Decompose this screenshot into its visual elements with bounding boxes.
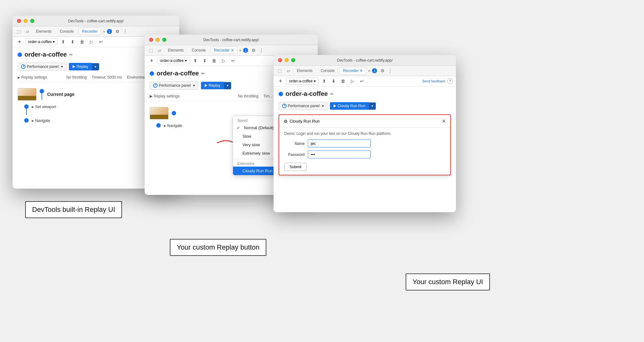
step-connector-1 bbox=[42, 93, 42, 100]
settings-label-2[interactable]: Replay settings bbox=[154, 94, 180, 98]
replay-triangle-icon-1 bbox=[73, 65, 75, 68]
cursor-tool-3[interactable]: ⬚ bbox=[276, 67, 283, 74]
cursor-tool-2[interactable]: ⬚ bbox=[147, 47, 154, 54]
help-icon-3[interactable]: ? bbox=[447, 78, 453, 84]
cursor-tool-1[interactable]: ⬚ bbox=[15, 28, 22, 35]
thumbnail-inner-1 bbox=[18, 88, 36, 100]
undo-btn-1[interactable]: ↩ bbox=[97, 38, 105, 46]
titlebar-1: DevTools - coffee-cart.netlify.app/ bbox=[13, 16, 179, 26]
recording-selector-name-3: order-a-coffee bbox=[289, 79, 313, 83]
settings-btn-1[interactable]: ⚙ bbox=[114, 28, 121, 35]
perf-btn-label-1: Performance panel bbox=[27, 64, 58, 69]
more-tabs-2[interactable]: » bbox=[239, 48, 242, 52]
replay-dropdown-btn-2[interactable]: ▾ bbox=[224, 82, 231, 89]
edit-icon-3[interactable]: ✏ bbox=[330, 91, 334, 97]
replay-dropdown-btn-1[interactable]: ▾ bbox=[92, 63, 99, 70]
maximize-button-1[interactable] bbox=[30, 19, 34, 23]
perf-panel-btn-2[interactable]: Performance panel ▾ bbox=[150, 81, 198, 90]
timeout-label-1: Timeout: 5000 ms bbox=[92, 75, 122, 80]
more-menu-1[interactable]: ⋮ bbox=[123, 29, 128, 35]
delete-btn-1[interactable]: 🗑 bbox=[78, 38, 86, 46]
tab-console-2[interactable]: Console bbox=[189, 47, 209, 54]
minimize-button-3[interactable] bbox=[285, 58, 289, 62]
recording-name-3: order-a-coffee bbox=[286, 90, 328, 97]
device-tool-3[interactable]: ▱ bbox=[285, 67, 292, 74]
throttle-label-1: No throttling bbox=[66, 75, 87, 80]
cloudy-dropdown-btn-3[interactable]: ▾ bbox=[369, 102, 376, 110]
more-menu-2[interactable]: ⋮ bbox=[259, 47, 264, 53]
edit-icon-1[interactable]: ✏ bbox=[69, 52, 73, 57]
more-tabs-1[interactable]: » bbox=[103, 29, 105, 34]
undo-btn-2[interactable]: ↩ bbox=[229, 57, 237, 64]
window-title-2: DevTools - coffee-cart.netlify.app/ bbox=[203, 38, 259, 42]
perf-panel-btn-3[interactable]: Performance panel ▾ bbox=[279, 102, 327, 110]
close-button-1[interactable] bbox=[17, 19, 21, 23]
export-btn-3[interactable]: ⬆ bbox=[320, 77, 328, 85]
send-feedback-3[interactable]: Send feedback bbox=[422, 79, 445, 83]
undo-btn-3[interactable]: ↩ bbox=[358, 77, 366, 85]
cloudy-main-btn-3[interactable]: Cloudy Run Run bbox=[330, 102, 369, 110]
perf-panel-btn-1[interactable]: Performance panel ▾ bbox=[18, 63, 66, 71]
run-step-btn-3[interactable]: ▷ bbox=[349, 77, 356, 85]
settings-btn-3[interactable]: ⚙ bbox=[379, 67, 386, 74]
tab-recorder-3[interactable]: Recorder ✕ bbox=[340, 67, 366, 74]
replay-main-btn-1[interactable]: Replay bbox=[69, 63, 92, 70]
more-tabs-3[interactable]: » bbox=[368, 69, 370, 73]
add-btn-2[interactable]: + bbox=[148, 57, 155, 64]
delete-btn-2[interactable]: 🗑 bbox=[210, 57, 218, 64]
tab-elements-2[interactable]: Elements bbox=[165, 47, 187, 54]
tab-recorder-1[interactable]: Recorder bbox=[79, 28, 101, 35]
device-tool-1[interactable]: ▱ bbox=[24, 28, 31, 35]
thumbnail-2 bbox=[150, 107, 169, 119]
replay-btn-1[interactable]: Replay ▾ bbox=[69, 63, 99, 70]
replay-btn-2[interactable]: Replay ▾ bbox=[201, 82, 231, 89]
recording-selector-1[interactable]: order-a-coffee ▾ bbox=[25, 38, 58, 45]
minimize-button-2[interactable] bbox=[156, 38, 160, 42]
export-btn-1[interactable]: ⬆ bbox=[59, 38, 67, 46]
more-menu-3[interactable]: ⋮ bbox=[388, 68, 393, 74]
download-btn-1[interactable]: ⬇ bbox=[69, 38, 76, 46]
recording-selector-2[interactable]: order-a-coffee ▾ bbox=[157, 57, 190, 64]
add-btn-1[interactable]: + bbox=[16, 38, 23, 46]
step-dot-current-1 bbox=[40, 89, 44, 93]
maximize-button-3[interactable] bbox=[291, 58, 295, 62]
tab-elements-3[interactable]: Elements bbox=[294, 67, 316, 74]
tab-console-1[interactable]: Console bbox=[57, 28, 77, 35]
run-step-btn-1[interactable]: ▷ bbox=[88, 38, 95, 46]
recording-selector-3[interactable]: order-a-coffee ▾ bbox=[286, 78, 319, 85]
tab-console-3[interactable]: Console bbox=[318, 67, 338, 74]
panel-close-btn[interactable]: ✕ bbox=[442, 118, 446, 124]
tab-recorder-2[interactable]: Recorder ✕ bbox=[211, 47, 237, 54]
label-text-2: Your custom Replay button bbox=[177, 243, 259, 251]
download-btn-3[interactable]: ⬇ bbox=[330, 77, 337, 85]
name-input[interactable] bbox=[308, 140, 371, 147]
minimize-button-1[interactable] bbox=[24, 19, 28, 23]
run-step-btn-2[interactable]: ▷ bbox=[220, 57, 227, 64]
step-name-2-1: Set viewport bbox=[35, 105, 56, 109]
current-page-label-1: Current page bbox=[47, 92, 75, 97]
replay-main-btn-2[interactable]: Replay bbox=[201, 82, 224, 89]
close-button-2[interactable] bbox=[149, 38, 153, 42]
chat-badge-3: 1 bbox=[372, 68, 377, 73]
settings-btn-2[interactable]: ⚙ bbox=[250, 47, 257, 54]
cloudy-btn-3[interactable]: Cloudy Run Run ▾ bbox=[330, 102, 376, 110]
close-button-3[interactable] bbox=[278, 58, 282, 62]
label-box-1: DevTools built-in Replay UI bbox=[25, 201, 122, 218]
tab-elements-1[interactable]: Elements bbox=[33, 28, 55, 35]
maximize-button-2[interactable] bbox=[162, 38, 166, 42]
submit-button[interactable]: Submit bbox=[284, 163, 307, 171]
label-box-3: Your custom Replay UI bbox=[406, 273, 490, 290]
step-triangle-nav-2: ▶ bbox=[164, 124, 166, 127]
label-text-1: DevTools built-in Replay UI bbox=[32, 206, 115, 213]
settings-label-1[interactable]: Replay settings bbox=[21, 75, 47, 80]
delete-btn-3[interactable]: 🗑 bbox=[339, 77, 347, 85]
perf-icon-1 bbox=[21, 64, 25, 69]
edit-icon-2[interactable]: ✏ bbox=[201, 71, 205, 76]
device-tool-2[interactable]: ▱ bbox=[156, 47, 163, 54]
step-label-2-1: ▶ Set viewport bbox=[32, 104, 56, 109]
download-btn-2[interactable]: ⬇ bbox=[201, 57, 208, 64]
password-input[interactable] bbox=[308, 151, 371, 158]
cloudy-triangle-icon-3 bbox=[334, 104, 336, 108]
export-btn-2[interactable]: ⬆ bbox=[192, 57, 199, 64]
add-btn-3[interactable]: + bbox=[277, 77, 284, 85]
